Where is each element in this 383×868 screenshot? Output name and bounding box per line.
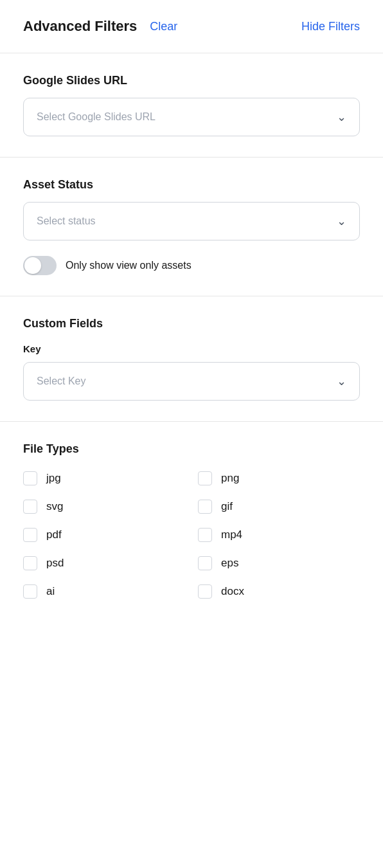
file-type-item: gif <box>198 500 360 514</box>
file-type-item: docx <box>198 584 360 599</box>
asset-status-section: Asset Status Select status ⌄ Only show v… <box>0 158 383 296</box>
view-only-label: Only show view only assets <box>66 260 192 271</box>
file-type-checkbox-png[interactable] <box>198 471 212 485</box>
asset-status-dropdown[interactable]: Select status ⌄ <box>23 202 360 240</box>
file-type-item: jpg <box>23 471 185 485</box>
file-type-checkbox-eps[interactable] <box>198 556 212 570</box>
view-only-toggle-row: Only show view only assets <box>23 256 360 275</box>
file-type-checkbox-jpg[interactable] <box>23 471 37 485</box>
file-type-item: png <box>198 471 360 485</box>
file-type-checkbox-docx[interactable] <box>198 584 212 599</box>
file-type-checkbox-mp4[interactable] <box>198 528 212 542</box>
file-type-label-pdf: pdf <box>46 529 62 541</box>
clear-button[interactable]: Clear <box>150 20 301 33</box>
key-dropdown[interactable]: Select Key ⌄ <box>23 362 360 401</box>
chevron-down-icon: ⌄ <box>337 110 346 124</box>
file-types-grid: jpg png svg gif pdf mp4 psd eps <box>23 471 360 599</box>
file-type-label-eps: eps <box>221 557 238 570</box>
file-type-label-ai: ai <box>46 585 55 598</box>
chevron-down-icon: ⌄ <box>337 214 346 228</box>
file-type-item: psd <box>23 556 185 570</box>
google-slides-dropdown[interactable]: Select Google Slides URL ⌄ <box>23 98 360 136</box>
hide-filters-button[interactable]: Hide Filters <box>301 20 360 33</box>
header: Advanced Filters Clear Hide Filters <box>0 0 383 53</box>
page-title: Advanced Filters <box>23 18 137 35</box>
file-types-title: File Types <box>23 442 360 456</box>
custom-fields-section: Custom Fields Key Select Key ⌄ <box>0 296 383 422</box>
asset-status-placeholder: Select status <box>37 215 96 227</box>
view-only-toggle[interactable] <box>23 256 57 275</box>
file-type-checkbox-psd[interactable] <box>23 556 37 570</box>
file-type-item: ai <box>23 584 185 599</box>
custom-fields-title: Custom Fields <box>23 317 360 330</box>
file-type-label-jpg: jpg <box>46 472 61 485</box>
file-type-label-mp4: mp4 <box>221 529 242 541</box>
google-slides-title: Google Slides URL <box>23 74 360 87</box>
file-type-item: eps <box>198 556 360 570</box>
file-type-item: pdf <box>23 528 185 542</box>
chevron-down-icon: ⌄ <box>337 374 346 388</box>
file-type-checkbox-pdf[interactable] <box>23 528 37 542</box>
file-type-checkbox-gif[interactable] <box>198 500 212 514</box>
key-label: Key <box>23 343 360 354</box>
file-type-label-svg: svg <box>46 500 63 513</box>
file-type-item: mp4 <box>198 528 360 542</box>
google-slides-section: Google Slides URL Select Google Slides U… <box>0 53 383 158</box>
file-type-label-gif: gif <box>221 500 233 513</box>
toggle-thumb <box>24 257 41 274</box>
file-type-label-psd: psd <box>46 557 64 570</box>
file-types-section: File Types jpg png svg gif pdf mp4 psd <box>0 422 383 619</box>
file-type-checkbox-svg[interactable] <box>23 500 37 514</box>
file-type-checkbox-ai[interactable] <box>23 584 37 599</box>
key-placeholder: Select Key <box>37 375 85 387</box>
asset-status-title: Asset Status <box>23 178 360 192</box>
google-slides-placeholder: Select Google Slides URL <box>37 111 156 123</box>
file-type-item: svg <box>23 500 185 514</box>
file-type-label-png: png <box>221 472 239 485</box>
file-type-label-docx: docx <box>221 585 244 598</box>
